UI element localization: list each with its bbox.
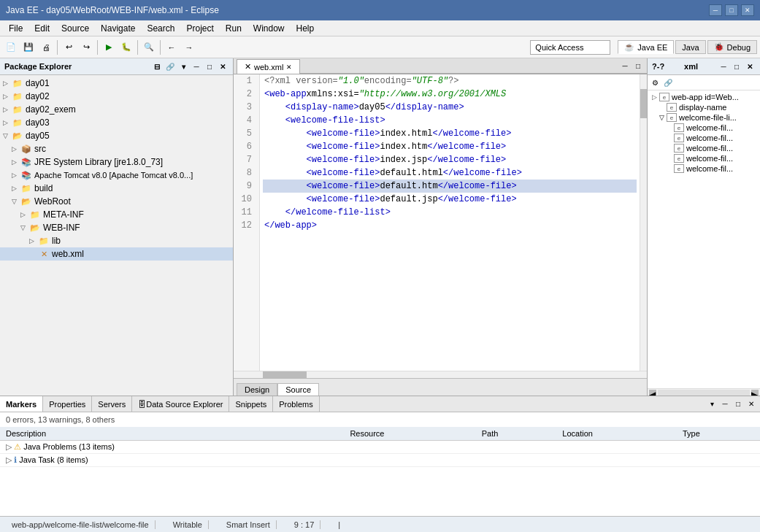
expand-arrow-jre[interactable]: ▷ [12, 158, 20, 166]
debug-button[interactable]: 🐛 [118, 39, 134, 55]
new-button[interactable]: 📄 [3, 39, 19, 55]
quick-access-input[interactable]: Quick Access [530, 40, 610, 55]
expand-arrow-lib[interactable]: ▷ [29, 237, 38, 244]
expand-arrow-src[interactable]: ▷ [12, 145, 20, 153]
col-type[interactable]: Type [677, 427, 760, 441]
expand-arrow-metainf[interactable]: ▷ [20, 211, 29, 218]
snippets-tab[interactable]: Snippets [229, 396, 273, 412]
col-description[interactable]: Description [0, 427, 344, 441]
code-editor[interactable]: <?xml version="1.0" encoding="UTF-8"?> <… [260, 74, 640, 371]
tree-item-day03[interactable]: ▷ 📁 day03 [0, 116, 233, 129]
bottom-panel-menu[interactable]: ▾ [706, 398, 718, 410]
expand-arrow-build[interactable]: ▷ [12, 185, 20, 192]
menu-window[interactable]: Window [247, 22, 291, 35]
vertical-scrollbar[interactable] [640, 74, 647, 371]
outline-minimize[interactable]: ─ [718, 61, 729, 72]
design-tab[interactable]: Design [237, 383, 277, 396]
tree-item-day02[interactable]: ▷ 📁 day02 [0, 90, 233, 103]
markers-tab[interactable]: Markers [0, 396, 43, 412]
tree-item-metainf[interactable]: ▷ 📁 META-INF [0, 208, 233, 221]
perspective-java[interactable]: Java [675, 40, 705, 54]
expand-arrow-day05[interactable]: ▽ [3, 132, 12, 139]
col-resource[interactable]: Resource [344, 427, 475, 441]
menu-help[interactable]: Help [291, 22, 320, 35]
bottom-maximize[interactable]: □ [732, 398, 744, 410]
tree-item-webxml[interactable]: ✕ web.xml [0, 247, 233, 261]
expand-arrow-tomcat[interactable]: ▷ [12, 171, 20, 179]
maximize-panel-button[interactable]: □ [204, 61, 215, 72]
close-button[interactable]: ✕ [741, 4, 754, 16]
tree-item-lib[interactable]: ▷ 📁 lib [0, 234, 233, 247]
tree-item-tomcat[interactable]: ▷ 📚 Apache Tomcat v8.0 [Apache Tomcat v8… [0, 169, 233, 182]
tree-item-jre[interactable]: ▷ 📚 JRE System Library [jre1.8.0_73] [0, 155, 233, 169]
xml-item-welcomelist[interactable]: ▽ e welcome-file-li... [649, 112, 759, 123]
xml-item-wf2[interactable]: e welcome-fil... [649, 133, 759, 143]
tree-item-webinf[interactable]: ▽ 📂 WEB-INF [0, 221, 233, 234]
navigate-back[interactable]: ← [164, 39, 180, 55]
panel-menu-button[interactable]: ▾ [177, 61, 189, 72]
menu-search[interactable]: Search [141, 22, 180, 35]
scrollbar-thumb-h[interactable] [263, 371, 307, 378]
outline-btn-1[interactable]: ⚙ [649, 77, 661, 88]
redo-button[interactable]: ↪ [78, 39, 94, 55]
xml-item-webapp[interactable]: ▷ e web-app id=Web... [649, 92, 759, 102]
bottom-close[interactable]: ✕ [745, 398, 757, 410]
expand-arrow-webroot[interactable]: ▽ [12, 198, 20, 205]
tree-item-src[interactable]: ▷ 📦 src [0, 142, 233, 155]
save-button[interactable]: 💾 [20, 39, 37, 55]
editor-minimize[interactable]: ─ [619, 60, 631, 72]
close-panel-button[interactable]: ✕ [217, 61, 229, 72]
minimize-panel-button[interactable]: ─ [191, 61, 202, 72]
expand-arrow-day01[interactable]: ▷ [3, 80, 12, 87]
editor-tab-webxml[interactable]: ✕ web.xml ✕ [237, 59, 300, 74]
perspective-debug[interactable]: 🐞 Debug [707, 40, 757, 54]
outline-btn-2[interactable]: 🔗 [662, 77, 674, 88]
col-location[interactable]: Location [556, 427, 677, 441]
menu-run[interactable]: Run [220, 22, 247, 35]
maximize-button[interactable]: □ [725, 4, 738, 16]
source-tab[interactable]: Source [277, 383, 319, 396]
expand-arrow-day03[interactable]: ▷ [3, 119, 12, 126]
outline-maximize[interactable]: □ [731, 61, 742, 72]
bottom-minimize[interactable]: ─ [719, 398, 731, 410]
expand-java-task[interactable]: ▷ [6, 455, 12, 464]
problems-tab[interactable]: Problems [273, 396, 319, 412]
outline-close[interactable]: ✕ [744, 61, 756, 72]
undo-button[interactable]: ↩ [61, 39, 77, 55]
col-path[interactable]: Path [476, 427, 557, 441]
horizontal-scrollbar[interactable] [234, 371, 647, 378]
print-button[interactable]: 🖨 [38, 39, 54, 55]
xml-item-wf1[interactable]: e welcome-fil... [649, 123, 759, 133]
expand-arrow-day02[interactable]: ▷ [3, 93, 12, 100]
minimize-button[interactable]: ─ [709, 4, 722, 16]
link-with-editor-button[interactable]: 🔗 [164, 61, 176, 72]
menu-file[interactable]: File [3, 22, 28, 35]
menu-navigate[interactable]: Navigate [95, 22, 141, 35]
xml-item-wf3[interactable]: e welcome-fil... [649, 143, 759, 153]
menu-edit[interactable]: Edit [28, 22, 55, 35]
expand-java-problems[interactable]: ▷ [6, 442, 12, 451]
outline-scroll-right[interactable]: ▶ [751, 390, 759, 396]
tree-item-day02exem[interactable]: ▷ 📁 day02_exem [0, 103, 233, 116]
scrollbar-thumb-v[interactable] [640, 89, 647, 118]
properties-tab[interactable]: Properties [43, 396, 92, 412]
datasource-tab[interactable]: 🗄 Data Source Explorer [132, 396, 229, 412]
xml-item-wf5[interactable]: e welcome-fil... [649, 163, 759, 174]
tree-item-webroot[interactable]: ▽ 📂 WebRoot [0, 195, 233, 208]
outline-scroll-left[interactable]: ◀ [649, 390, 656, 396]
tree-item-day05[interactable]: ▽ 📂 day05 [0, 129, 233, 142]
search-button[interactable]: 🔍 [141, 39, 157, 55]
expand-arrow-day02exem[interactable]: ▷ [3, 106, 12, 113]
menu-source[interactable]: Source [55, 22, 95, 35]
expand-arrow-webinf[interactable]: ▽ [20, 224, 29, 231]
editor-maximize[interactable]: □ [632, 60, 644, 72]
tree-item-day01[interactable]: ▷ 📁 day01 [0, 77, 233, 90]
perspective-javaee[interactable]: ☕ Java EE [618, 40, 674, 54]
menu-project[interactable]: Project [180, 22, 219, 35]
collapse-all-button[interactable]: ⊟ [151, 61, 163, 72]
tab-close-button[interactable]: ✕ [286, 63, 292, 71]
run-button[interactable]: ▶ [101, 39, 117, 55]
tree-item-build[interactable]: ▷ 📁 build [0, 182, 233, 195]
xml-item-wf4[interactable]: e welcome-fil... [649, 153, 759, 163]
xml-item-displayname[interactable]: e display-name [649, 102, 759, 112]
